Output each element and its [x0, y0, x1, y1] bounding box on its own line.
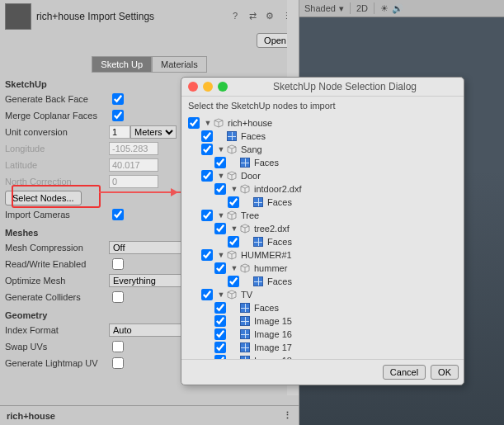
help-icon[interactable]: ? [233, 11, 244, 22]
gen-back-checkbox[interactable] [112, 93, 124, 105]
swap-checkbox[interactable] [112, 341, 124, 352]
node-label: Image 15 [254, 316, 292, 326]
tree-node[interactable]: ▼tree2.dxf [185, 222, 460, 235]
lon-value [109, 142, 158, 155]
node-checkbox[interactable] [228, 236, 239, 248]
node-label: HUMMER#1 [241, 250, 292, 260]
node-checkbox[interactable] [214, 157, 226, 168]
light-icon[interactable]: ☀ [380, 3, 389, 14]
rw-checkbox[interactable] [112, 258, 124, 270]
node-label: Image 16 [254, 329, 292, 339]
disclosure-triangle-icon[interactable]: ▼ [230, 224, 238, 233]
tree-node[interactable]: ▼hummer [185, 262, 460, 275]
mesh-icon [227, 131, 237, 141]
node-checkbox[interactable] [214, 183, 226, 195]
tree-node[interactable]: Image 17 [185, 341, 460, 354]
disclosure-triangle-icon[interactable]: ▼ [217, 211, 225, 220]
tree-node[interactable]: Image 16 [185, 328, 460, 341]
node-checkbox[interactable] [214, 342, 226, 353]
disclosure-triangle-icon[interactable]: ▼ [217, 172, 225, 180]
2d-toggle[interactable]: 2D [356, 3, 368, 13]
tree-node[interactable]: ▼TV [185, 288, 460, 301]
node-checkbox[interactable] [214, 315, 226, 327]
idx-label: Index Format [5, 325, 109, 335]
select-nodes-button[interactable]: Select Nodes... [5, 191, 82, 205]
tree-node[interactable]: Image 15 [185, 314, 460, 328]
mesh-icon [253, 197, 263, 207]
node-label: intdoor2.dxf [254, 184, 301, 194]
node-label: Faces [254, 158, 279, 168]
tree-node[interactable]: ▼HUMMER#1 [185, 248, 460, 262]
node-checkbox[interactable] [214, 262, 226, 274]
node-checkbox[interactable] [201, 144, 213, 155]
asset-thumbnail [5, 3, 31, 30]
node-checkbox[interactable] [201, 249, 213, 261]
lat-value [109, 158, 158, 172]
merge-checkbox[interactable] [112, 110, 124, 121]
tree-node[interactable]: Faces [185, 196, 460, 209]
tab-sketchup[interactable]: Sketch Up [92, 56, 152, 73]
cams-label: Import Cameras [5, 210, 109, 220]
node-checkbox[interactable] [188, 117, 200, 129]
unit-value[interactable] [109, 125, 130, 139]
close-icon[interactable] [188, 82, 198, 92]
page-title: rich+house Import Settings [36, 11, 228, 22]
node-label: Sang [241, 144, 262, 154]
tree-node[interactable]: ▼rich+house [185, 116, 460, 130]
tree-node[interactable]: Faces [185, 156, 460, 169]
lm-label: Generate Lightmap UV [5, 358, 109, 368]
node-checkbox[interactable] [201, 170, 213, 182]
tree-node[interactable]: Faces [185, 235, 460, 248]
disclosure-triangle-icon[interactable]: ▼ [230, 264, 238, 272]
node-checkbox[interactable] [214, 302, 226, 314]
disclosure-triangle-icon[interactable]: ▼ [217, 290, 225, 299]
tree-node[interactable]: ▼Sang [185, 143, 460, 156]
node-checkbox[interactable] [201, 210, 213, 221]
lm-checkbox[interactable] [112, 357, 124, 369]
node-label: Faces [241, 131, 266, 141]
tree-node[interactable]: ▼Door [185, 169, 460, 182]
tree-node[interactable]: Faces [185, 130, 460, 143]
audio-icon[interactable]: 🔊 [392, 3, 403, 14]
tree-node[interactable]: Faces [185, 301, 460, 314]
ok-button[interactable]: OK [431, 365, 459, 380]
coll-label: Generate Colliders [5, 292, 109, 302]
node-checkbox[interactable] [214, 328, 226, 340]
minimize-icon[interactable] [203, 82, 213, 92]
maximize-icon[interactable] [218, 82, 228, 92]
disclosure-triangle-icon[interactable]: ▼ [204, 119, 212, 127]
unit-label: Unit conversion [5, 127, 109, 137]
tab-materials[interactable]: Materials [152, 56, 207, 73]
node-checkbox[interactable] [214, 223, 226, 234]
lat-label: Latitude [5, 160, 109, 170]
cube-icon [227, 144, 237, 154]
tree-node[interactable]: ▼Tree [185, 209, 460, 222]
disclosure-triangle-icon[interactable]: ▼ [217, 251, 225, 259]
coll-checkbox[interactable] [112, 291, 124, 303]
unit-select[interactable]: Meters [130, 125, 177, 139]
menu-icon[interactable]: ⋮ [283, 410, 292, 421]
node-tree[interactable]: ▼rich+houseFaces▼SangFaces▼Door▼intdoor2… [181, 115, 464, 359]
dialog-title: SketchUp Node Selection Dialog [233, 81, 457, 92]
node-selection-dialog: SketchUp Node Selection Dialog Select th… [181, 77, 464, 385]
tree-node[interactable]: ▼intdoor2.dxf [185, 182, 460, 196]
preset-icon[interactable]: ⇄ [249, 11, 261, 22]
lon-label: Longitude [5, 144, 109, 153]
tree-node[interactable]: Faces [185, 275, 460, 288]
cams-checkbox[interactable] [112, 209, 124, 220]
shading-dropdown[interactable]: Shaded [304, 3, 336, 13]
node-checkbox[interactable] [201, 289, 213, 300]
node-checkbox[interactable] [228, 196, 239, 208]
node-label: Door [241, 171, 261, 181]
node-label: Faces [267, 276, 292, 286]
mesh-icon [240, 356, 250, 359]
cube-icon [240, 263, 250, 273]
disclosure-triangle-icon[interactable]: ▼ [230, 185, 238, 193]
disclosure-triangle-icon[interactable]: ▼ [217, 145, 225, 153]
gear-icon[interactable]: ⚙ [266, 11, 277, 22]
node-label: TV [241, 290, 252, 300]
cancel-button[interactable]: Cancel [383, 365, 426, 380]
node-checkbox[interactable] [201, 130, 213, 142]
node-checkbox[interactable] [228, 276, 239, 287]
north-value [109, 175, 158, 188]
